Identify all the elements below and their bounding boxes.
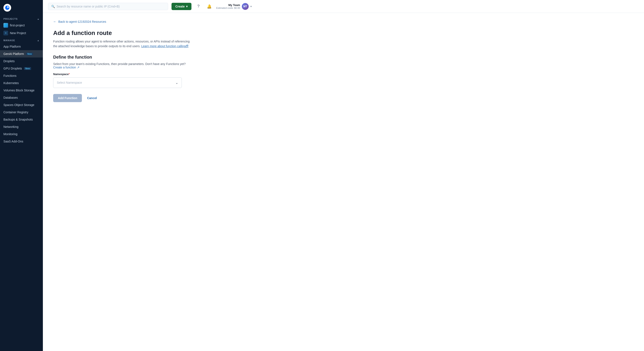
sidebar-item-droplets[interactable]: Droplets	[0, 58, 43, 65]
avatar: MT	[242, 3, 249, 10]
search-bar[interactable]: 🔍 Search by resource name or public IP (…	[48, 3, 168, 10]
nav-item-label: Networking	[4, 125, 18, 129]
nav-item-label: Droplets	[4, 60, 14, 63]
sidebar-item-app-platform[interactable]: App Platform	[0, 43, 43, 50]
nav-item-label: App Platform	[4, 45, 21, 48]
nav-item-label: SaaS Add-Ons	[4, 140, 23, 143]
new-badge: New	[24, 67, 31, 70]
sidebar-item-functions[interactable]: Functions	[0, 72, 43, 79]
create-label: Create	[175, 5, 185, 8]
section-title: Define the function	[53, 55, 634, 60]
main-content: 🔍 Search by resource name or public IP (…	[43, 0, 644, 351]
sidebar-item-monitoring[interactable]: Monitoring	[0, 130, 43, 138]
sidebar-item-new-project[interactable]: + New Project	[0, 29, 43, 37]
nav-item-label: Container Registry	[4, 111, 28, 114]
sidebar-item-gpu-droplets[interactable]: GPU DropletsNew	[0, 65, 43, 72]
page-content: ← Back to agent-12192024 Resources Add a…	[43, 13, 644, 351]
cancel-button[interactable]: Cancel	[85, 94, 98, 102]
section-description: Select from your team's existing Functio…	[53, 62, 190, 69]
sidebar: PROJECTS ▲ 🌐 first-project + New Project…	[0, 0, 43, 351]
nav-item-label: Monitoring	[4, 132, 17, 136]
form-actions: Add Function Cancel	[53, 94, 634, 102]
manage-chevron-icon: ▲	[37, 39, 40, 42]
sidebar-item-backups[interactable]: Backups & Snapshots	[0, 116, 43, 123]
bell-icon: 🔔	[207, 4, 212, 9]
notifications-button[interactable]: 🔔	[206, 3, 213, 10]
header: 🔍 Search by resource name or public IP (…	[43, 0, 644, 13]
sidebar-item-databases[interactable]: Databases	[0, 94, 43, 101]
user-estimated-cost: Estimated costs: $0.00	[216, 7, 240, 9]
learn-more-link[interactable]: Learn more about function calling🗗	[141, 45, 189, 48]
user-chevron-icon: ▾	[250, 5, 252, 8]
nav-item-label: Spaces Object Storage	[4, 103, 34, 107]
projects-section-label: PROJECTS ▲	[0, 16, 43, 22]
help-icon: ?	[198, 4, 200, 9]
user-text: My Team Estimated costs: $0.00	[216, 4, 240, 9]
sidebar-item-container-registry[interactable]: Container Registry	[0, 109, 43, 116]
sidebar-item-spaces[interactable]: Spaces Object Storage	[0, 101, 43, 109]
header-icons: ? 🔔 My Team Estimated costs: $0.00 MT ▾	[195, 3, 252, 10]
nav-item-label: Backups & Snapshots	[4, 118, 33, 121]
create-button[interactable]: Create ▾	[172, 3, 192, 10]
page-description: Function routing allows your agent to re…	[53, 39, 190, 49]
nav-item-label: Volumes Block Storage	[4, 89, 34, 92]
logo[interactable]	[0, 0, 43, 16]
nav-item-label: Kubernetes	[4, 81, 19, 85]
back-link-text: Back to agent-12192024 Resources	[58, 20, 106, 23]
nav-item-label: Databases	[4, 96, 18, 99]
sidebar-item-first-project[interactable]: 🌐 first-project	[0, 22, 43, 29]
nav-item-label: Functions	[4, 74, 16, 78]
page-title: Add a function route	[53, 30, 634, 37]
namespace-label: Namespace*	[53, 73, 634, 76]
user-name: My Team	[216, 4, 240, 7]
create-function-link[interactable]: Create a function ↗	[53, 66, 80, 69]
user-info[interactable]: My Team Estimated costs: $0.00 MT ▾	[216, 3, 252, 10]
add-function-button[interactable]: Add Function	[53, 94, 82, 102]
namespace-select[interactable]: Select Namespace ⌄	[53, 78, 182, 88]
svg-point-1	[7, 7, 8, 8]
search-placeholder-text: Search by resource name or public IP (Cm…	[56, 5, 120, 8]
namespace-placeholder: Select Namespace	[57, 81, 82, 84]
search-icon: 🔍	[51, 5, 55, 8]
sidebar-item-kubernetes[interactable]: Kubernetes	[0, 79, 43, 87]
logo-icon	[4, 4, 11, 12]
sidebar-item-volumes[interactable]: Volumes Block Storage	[0, 87, 43, 94]
create-chevron-icon: ▾	[186, 5, 188, 8]
sidebar-item-genai-platform[interactable]: GenAI PlatformNew	[0, 50, 43, 58]
project-icon: 🌐	[4, 23, 8, 28]
required-indicator: *	[68, 73, 70, 76]
sidebar-item-saas-addons[interactable]: SaaS Add-Ons	[0, 138, 43, 145]
nav-item-label: GPU Droplets	[4, 67, 22, 70]
back-link[interactable]: ← Back to agent-12192024 Resources	[53, 20, 634, 24]
new-project-icon: +	[4, 31, 8, 36]
chevron-down-icon: ⌄	[175, 81, 178, 85]
help-button[interactable]: ?	[195, 3, 202, 10]
projects-chevron-icon: ▲	[37, 18, 40, 20]
manage-section-label: MANAGE ▲	[0, 37, 43, 43]
nav-item-label: GenAI Platform	[4, 52, 24, 56]
new-badge: New	[26, 53, 33, 55]
back-arrow-icon: ←	[53, 20, 56, 24]
sidebar-item-networking[interactable]: Networking	[0, 123, 43, 130]
